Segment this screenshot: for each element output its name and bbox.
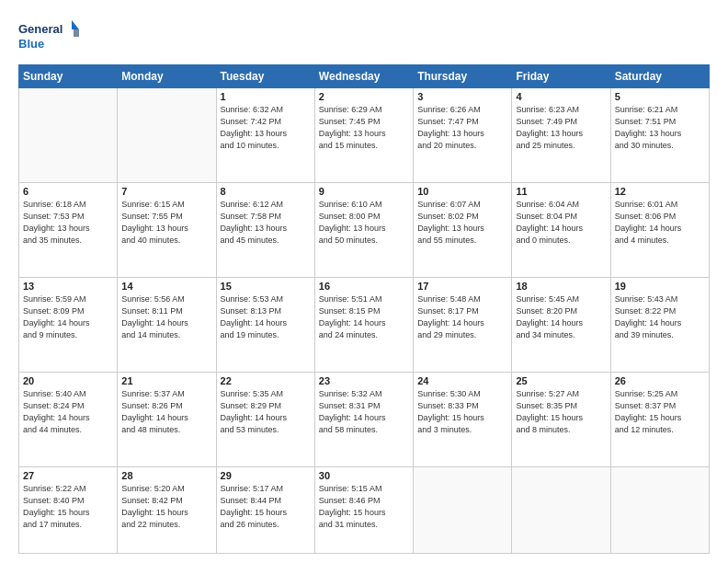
day-info: Sunrise: 5:56 AM Sunset: 8:11 PM Dayligh… bbox=[121, 293, 211, 341]
calendar-cell: 11Sunrise: 6:04 AM Sunset: 8:04 PM Dayli… bbox=[512, 183, 610, 278]
day-number: 12 bbox=[615, 186, 705, 197]
day-info: Sunrise: 6:26 AM Sunset: 7:47 PM Dayligh… bbox=[417, 104, 507, 152]
calendar-table: SundayMondayTuesdayWednesdayThursdayFrid… bbox=[18, 64, 710, 554]
day-number: 13 bbox=[23, 281, 113, 292]
calendar-cell: 27Sunrise: 5:22 AM Sunset: 8:40 PM Dayli… bbox=[19, 467, 118, 554]
day-number: 17 bbox=[417, 281, 507, 292]
day-number: 6 bbox=[23, 186, 113, 197]
day-number: 1 bbox=[221, 91, 311, 102]
calendar-cell: 25Sunrise: 5:27 AM Sunset: 8:35 PM Dayli… bbox=[512, 373, 610, 467]
week-row-1: 1Sunrise: 6:32 AM Sunset: 7:42 PM Daylig… bbox=[19, 88, 710, 183]
weekday-header-sunday: Sunday bbox=[19, 65, 118, 88]
day-info: Sunrise: 5:17 AM Sunset: 8:44 PM Dayligh… bbox=[221, 483, 311, 531]
calendar-cell: 29Sunrise: 5:17 AM Sunset: 8:44 PM Dayli… bbox=[216, 467, 314, 554]
calendar-cell: 4Sunrise: 6:23 AM Sunset: 7:49 PM Daylig… bbox=[512, 88, 610, 183]
day-info: Sunrise: 5:30 AM Sunset: 8:33 PM Dayligh… bbox=[417, 388, 507, 436]
weekday-header-monday: Monday bbox=[118, 65, 216, 88]
day-number: 30 bbox=[319, 470, 409, 481]
calendar-cell: 3Sunrise: 6:26 AM Sunset: 7:47 PM Daylig… bbox=[414, 88, 512, 183]
day-number: 28 bbox=[121, 470, 211, 481]
generalblue-logo: General Blue bbox=[18, 17, 83, 57]
page: General Blue SundayMondayTuesdayWednesda… bbox=[0, 0, 728, 563]
day-number: 23 bbox=[319, 375, 409, 386]
day-number: 18 bbox=[516, 281, 606, 292]
weekday-header-row: SundayMondayTuesdayWednesdayThursdayFrid… bbox=[19, 65, 710, 88]
day-info: Sunrise: 6:23 AM Sunset: 7:49 PM Dayligh… bbox=[516, 104, 606, 152]
calendar-cell bbox=[118, 88, 216, 183]
day-number: 20 bbox=[23, 375, 113, 386]
calendar-cell: 2Sunrise: 6:29 AM Sunset: 7:45 PM Daylig… bbox=[314, 88, 413, 183]
day-info: Sunrise: 6:32 AM Sunset: 7:42 PM Dayligh… bbox=[221, 104, 311, 152]
calendar-cell: 17Sunrise: 5:48 AM Sunset: 8:17 PM Dayli… bbox=[414, 278, 512, 373]
calendar-cell bbox=[19, 88, 118, 183]
svg-marker-2 bbox=[72, 20, 79, 29]
day-number: 14 bbox=[121, 281, 211, 292]
day-info: Sunrise: 5:59 AM Sunset: 8:09 PM Dayligh… bbox=[23, 293, 113, 341]
day-info: Sunrise: 6:29 AM Sunset: 7:45 PM Dayligh… bbox=[319, 104, 409, 152]
day-info: Sunrise: 5:40 AM Sunset: 8:24 PM Dayligh… bbox=[23, 388, 113, 436]
calendar-cell: 18Sunrise: 5:45 AM Sunset: 8:20 PM Dayli… bbox=[512, 278, 610, 373]
day-number: 7 bbox=[121, 186, 211, 197]
day-number: 15 bbox=[221, 281, 311, 292]
day-number: 4 bbox=[516, 91, 606, 102]
day-number: 10 bbox=[417, 186, 507, 197]
calendar-cell: 20Sunrise: 5:40 AM Sunset: 8:24 PM Dayli… bbox=[19, 373, 118, 467]
day-number: 24 bbox=[417, 375, 507, 386]
calendar-cell: 16Sunrise: 5:51 AM Sunset: 8:15 PM Dayli… bbox=[314, 278, 413, 373]
day-info: Sunrise: 5:15 AM Sunset: 8:46 PM Dayligh… bbox=[319, 483, 409, 531]
day-info: Sunrise: 5:35 AM Sunset: 8:29 PM Dayligh… bbox=[221, 388, 311, 436]
calendar-cell: 12Sunrise: 6:01 AM Sunset: 8:06 PM Dayli… bbox=[610, 183, 709, 278]
day-info: Sunrise: 6:01 AM Sunset: 8:06 PM Dayligh… bbox=[615, 199, 705, 247]
day-info: Sunrise: 6:04 AM Sunset: 8:04 PM Dayligh… bbox=[516, 199, 606, 247]
weekday-header-wednesday: Wednesday bbox=[314, 65, 413, 88]
calendar-cell: 8Sunrise: 6:12 AM Sunset: 7:58 PM Daylig… bbox=[216, 183, 314, 278]
week-row-2: 6Sunrise: 6:18 AM Sunset: 7:53 PM Daylig… bbox=[19, 183, 710, 278]
calendar-cell: 23Sunrise: 5:32 AM Sunset: 8:31 PM Dayli… bbox=[314, 373, 413, 467]
weekday-header-thursday: Thursday bbox=[414, 65, 512, 88]
day-info: Sunrise: 6:12 AM Sunset: 7:58 PM Dayligh… bbox=[221, 199, 311, 247]
calendar-cell: 26Sunrise: 5:25 AM Sunset: 8:37 PM Dayli… bbox=[610, 373, 709, 467]
day-number: 2 bbox=[319, 91, 409, 102]
calendar-cell: 30Sunrise: 5:15 AM Sunset: 8:46 PM Dayli… bbox=[314, 467, 413, 554]
calendar-cell: 15Sunrise: 5:53 AM Sunset: 8:13 PM Dayli… bbox=[216, 278, 314, 373]
header: General Blue bbox=[18, 17, 710, 57]
calendar-cell: 6Sunrise: 6:18 AM Sunset: 7:53 PM Daylig… bbox=[19, 183, 118, 278]
day-number: 16 bbox=[319, 281, 409, 292]
day-number: 29 bbox=[221, 470, 311, 481]
day-info: Sunrise: 6:21 AM Sunset: 7:51 PM Dayligh… bbox=[615, 104, 705, 152]
day-info: Sunrise: 6:10 AM Sunset: 8:00 PM Dayligh… bbox=[319, 199, 409, 247]
calendar-cell: 21Sunrise: 5:37 AM Sunset: 8:26 PM Dayli… bbox=[118, 373, 216, 467]
calendar-cell: 1Sunrise: 6:32 AM Sunset: 7:42 PM Daylig… bbox=[216, 88, 314, 183]
weekday-header-saturday: Saturday bbox=[610, 65, 709, 88]
day-info: Sunrise: 5:25 AM Sunset: 8:37 PM Dayligh… bbox=[615, 388, 705, 436]
day-info: Sunrise: 5:45 AM Sunset: 8:20 PM Dayligh… bbox=[516, 293, 606, 341]
day-number: 19 bbox=[615, 281, 705, 292]
day-number: 9 bbox=[319, 186, 409, 197]
week-row-5: 27Sunrise: 5:22 AM Sunset: 8:40 PM Dayli… bbox=[19, 467, 710, 554]
calendar-cell: 10Sunrise: 6:07 AM Sunset: 8:02 PM Dayli… bbox=[414, 183, 512, 278]
day-number: 8 bbox=[221, 186, 311, 197]
day-number: 26 bbox=[615, 375, 705, 386]
day-info: Sunrise: 5:22 AM Sunset: 8:40 PM Dayligh… bbox=[23, 483, 113, 531]
calendar-cell bbox=[610, 467, 709, 554]
day-number: 21 bbox=[121, 375, 211, 386]
calendar-cell: 9Sunrise: 6:10 AM Sunset: 8:00 PM Daylig… bbox=[314, 183, 413, 278]
calendar-cell: 22Sunrise: 5:35 AM Sunset: 8:29 PM Dayli… bbox=[216, 373, 314, 467]
calendar-cell bbox=[512, 467, 610, 554]
svg-marker-3 bbox=[74, 29, 79, 37]
day-number: 22 bbox=[221, 375, 311, 386]
day-info: Sunrise: 6:18 AM Sunset: 7:53 PM Dayligh… bbox=[23, 199, 113, 247]
day-number: 25 bbox=[516, 375, 606, 386]
day-number: 27 bbox=[23, 470, 113, 481]
calendar-cell: 7Sunrise: 6:15 AM Sunset: 7:55 PM Daylig… bbox=[118, 183, 216, 278]
day-info: Sunrise: 5:48 AM Sunset: 8:17 PM Dayligh… bbox=[417, 293, 507, 341]
calendar-cell: 5Sunrise: 6:21 AM Sunset: 7:51 PM Daylig… bbox=[610, 88, 709, 183]
weekday-header-friday: Friday bbox=[512, 65, 610, 88]
calendar-cell: 28Sunrise: 5:20 AM Sunset: 8:42 PM Dayli… bbox=[118, 467, 216, 554]
day-info: Sunrise: 5:37 AM Sunset: 8:26 PM Dayligh… bbox=[121, 388, 211, 436]
week-row-3: 13Sunrise: 5:59 AM Sunset: 8:09 PM Dayli… bbox=[19, 278, 710, 373]
weekday-header-tuesday: Tuesday bbox=[216, 65, 314, 88]
day-info: Sunrise: 5:27 AM Sunset: 8:35 PM Dayligh… bbox=[516, 388, 606, 436]
day-info: Sunrise: 5:53 AM Sunset: 8:13 PM Dayligh… bbox=[221, 293, 311, 341]
svg-text:General: General bbox=[18, 22, 63, 36]
